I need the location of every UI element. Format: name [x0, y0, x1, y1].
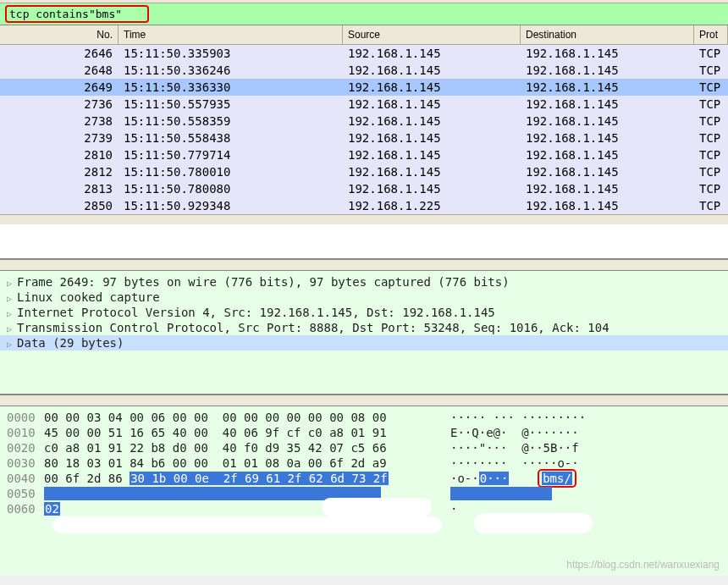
packet-row[interactable]: 273615:11:50.557935192.168.1.145192.168.… — [0, 96, 728, 113]
display-filter-bar[interactable] — [0, 3, 728, 25]
horizontal-scrollbar[interactable] — [0, 214, 728, 224]
cell-time: 15:11:50.557935 — [119, 96, 343, 113]
packet-details-pane[interactable]: Frame 2649: 97 bytes on wire (776 bits),… — [0, 271, 728, 395]
cell-destination: 192.168.1.145 — [521, 180, 694, 197]
hex-row[interactable]: 001045 00 00 51 16 65 40 00 40 06 9f cf … — [7, 425, 721, 440]
hex-offset: 0010 — [7, 426, 44, 439]
detail-tree-item[interactable]: Linux cooked capture — [0, 290, 728, 305]
packet-row[interactable]: 264815:11:50.336246192.168.1.145192.168.… — [0, 62, 728, 79]
packet-row[interactable]: 264915:11:50.336330192.168.1.145192.168.… — [0, 79, 728, 96]
filter-highlight-box — [5, 5, 149, 23]
watermark-text: https://blog.csdn.net/wanxuexiang — [566, 559, 720, 571]
cell-source: 192.168.1.145 — [343, 163, 521, 180]
ascii-highlight-box: bms/ — [538, 469, 576, 488]
redaction-overlay — [474, 513, 593, 533]
col-header-no[interactable]: No. — [0, 25, 119, 44]
packet-row[interactable]: 281315:11:50.780080192.168.1.145192.168.… — [0, 180, 728, 197]
cell-no: 2813 — [0, 180, 119, 197]
hex-bytes: 00 6f 2d 86 30 1b 00 0e 2f 69 61 2f 62 6… — [44, 472, 450, 485]
col-header-destination[interactable]: Destination — [521, 25, 694, 44]
cell-destination: 192.168.1.145 — [521, 146, 694, 163]
cell-time: 15:11:50.336330 — [119, 79, 343, 96]
packet-bytes-pane[interactable]: 000000 00 03 04 00 06 00 00 00 00 00 00 … — [0, 406, 728, 576]
cell-destination: 192.168.1.145 — [521, 96, 694, 113]
detail-tree-item[interactable]: Transmission Control Protocol, Src Port:… — [0, 320, 728, 335]
hex-offset: 0060 — [7, 502, 44, 516]
cell-time: 15:11:50.779714 — [119, 146, 343, 163]
cell-no: 2649 — [0, 79, 119, 96]
packet-row[interactable]: 281015:11:50.779714192.168.1.145192.168.… — [0, 146, 728, 163]
cell-destination: 192.168.1.145 — [521, 45, 694, 62]
packet-row[interactable]: 273915:11:50.558438192.168.1.145192.168.… — [0, 130, 728, 146]
cell-protocol: TCP — [694, 45, 728, 62]
pane-divider-2[interactable] — [0, 395, 728, 406]
cell-source: 192.168.1.225 — [343, 197, 521, 214]
cell-no: 2738 — [0, 113, 119, 130]
detail-tree-item[interactable]: Frame 2649: 97 bytes on wire (776 bits),… — [0, 274, 728, 290]
cell-protocol: TCP — [694, 79, 728, 96]
cell-time: 15:11:50.780010 — [119, 163, 343, 180]
packet-row[interactable]: 281215:11:50.780010192.168.1.145192.168.… — [0, 163, 728, 180]
cell-protocol: TCP — [694, 146, 728, 163]
hex-ascii: ········ ·····o-· — [450, 456, 579, 470]
cell-protocol: TCP — [694, 96, 728, 113]
cell-no: 2810 — [0, 146, 119, 163]
detail-tree-item[interactable]: Internet Protocol Version 4, Src: 192.16… — [0, 305, 728, 320]
cell-source: 192.168.1.145 — [343, 113, 521, 130]
cell-source: 192.168.1.145 — [343, 62, 521, 79]
cell-source: 192.168.1.145 — [343, 79, 521, 96]
packet-list-header: No. Time Source Destination Prot — [0, 25, 728, 45]
cell-source: 192.168.1.145 — [343, 45, 521, 62]
cell-destination: 192.168.1.145 — [521, 79, 694, 96]
hex-highlight: 30 1b 00 0e 2f 69 61 2f 62 6d 73 2f — [130, 472, 388, 485]
cell-no: 2646 — [0, 45, 119, 62]
cell-protocol: TCP — [694, 62, 728, 79]
packet-list-pane[interactable]: No. Time Source Destination Prot 264615:… — [0, 25, 728, 259]
cell-time: 15:11:50.558438 — [119, 130, 343, 146]
hex-ascii: ····"··· @··5B··f — [450, 441, 579, 455]
cell-time: 15:11:50.929348 — [119, 197, 343, 214]
hex-ascii: ·o-·0··· bms/ — [450, 472, 576, 485]
packet-row[interactable]: 285015:11:50.929348192.168.1.225192.168.… — [0, 197, 728, 214]
hex-row[interactable]: 003080 18 03 01 84 b6 00 00 01 01 08 0a … — [7, 455, 721, 471]
packet-row[interactable]: 264615:11:50.335903192.168.1.145192.168.… — [0, 45, 728, 62]
hex-bytes: 45 00 00 51 16 65 40 00 40 06 9f cf c0 a… — [44, 426, 450, 439]
hex-bytes: 80 18 03 01 84 b6 00 00 01 01 08 0a 00 6… — [44, 456, 450, 470]
hex-row[interactable]: 0020c0 a8 01 91 22 b8 d0 00 40 f0 d9 35 … — [7, 440, 721, 455]
cell-protocol: TCP — [694, 130, 728, 146]
hex-highlight: 02 — [44, 502, 60, 516]
cell-time: 15:11:50.336246 — [119, 62, 343, 79]
hex-offset: 0050 — [7, 487, 44, 500]
cell-protocol: TCP — [694, 197, 728, 214]
packet-row[interactable]: 273815:11:50.558359192.168.1.145192.168.… — [0, 113, 728, 130]
col-header-source[interactable]: Source — [343, 25, 521, 44]
display-filter-input[interactable] — [9, 8, 145, 20]
hex-offset: 0040 — [7, 472, 44, 485]
hex-offset: 0030 — [7, 456, 44, 470]
col-header-protocol[interactable]: Prot — [694, 25, 728, 44]
redaction-overlay — [52, 516, 442, 533]
cell-protocol: TCP — [694, 113, 728, 130]
cell-destination: 192.168.1.145 — [521, 113, 694, 130]
cell-time: 15:11:50.558359 — [119, 113, 343, 130]
cell-destination: 192.168.1.145 — [521, 130, 694, 146]
hex-row[interactable]: 000000 00 03 04 00 06 00 00 00 00 00 00 … — [7, 410, 721, 425]
cell-source: 192.168.1.145 — [343, 130, 521, 146]
cell-protocol: TCP — [694, 163, 728, 180]
cell-destination: 192.168.1.145 — [521, 62, 694, 79]
detail-tree-item[interactable]: Data (29 bytes) — [0, 335, 728, 350]
hex-ascii: ····· ··· ········· — [450, 411, 586, 424]
col-header-time[interactable]: Time — [119, 25, 343, 44]
hex-row[interactable]: 0040 00 6f 2d 86 30 1b 00 0e 2f 69 61 2f… — [7, 471, 721, 486]
cell-no: 2739 — [0, 130, 119, 146]
cell-protocol: TCP — [694, 180, 728, 197]
cell-source: 192.168.1.145 — [343, 180, 521, 197]
pane-divider[interactable] — [0, 259, 728, 271]
hex-bytes: c0 a8 01 91 22 b8 d0 00 40 f0 d9 35 42 0… — [44, 441, 450, 455]
hex-ascii: E··Q·e@· @······· — [450, 426, 579, 439]
redaction-overlay — [322, 498, 432, 516]
cell-no: 2850 — [0, 197, 119, 214]
cell-no: 2648 — [0, 62, 119, 79]
cell-time: 15:11:50.780080 — [119, 180, 343, 197]
cell-destination: 192.168.1.145 — [521, 163, 694, 180]
